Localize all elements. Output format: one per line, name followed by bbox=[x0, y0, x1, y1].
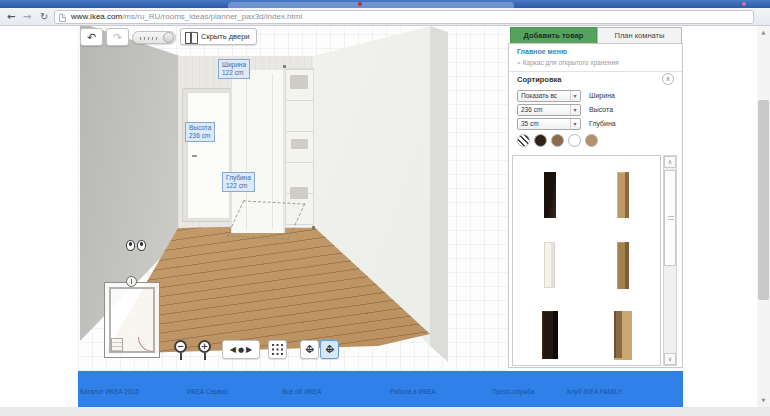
scrollbar-up-arrow[interactable]: ▲ bbox=[757, 27, 770, 37]
product-panel: Добавить товар План комнаты Главное меню… bbox=[508, 26, 683, 368]
depth-label: Глубина 122 cm bbox=[222, 172, 255, 192]
move-arrows-icon: ↔ ↕ bbox=[303, 343, 316, 356]
dropdown-arrow-icon: ▾ bbox=[570, 119, 579, 129]
rotate-right-icon[interactable]: ▶ bbox=[246, 345, 252, 354]
rotate-center-icon[interactable]: ● bbox=[238, 346, 244, 354]
product-item[interactable] bbox=[513, 300, 587, 370]
height-label: Высота 236 cm bbox=[185, 122, 215, 142]
main-menu-heading: Главное меню bbox=[517, 48, 567, 55]
eyes-icon bbox=[126, 240, 148, 252]
minimap-stairs bbox=[111, 338, 123, 352]
tab-room-plan[interactable]: План комнаты bbox=[597, 27, 682, 43]
swatch-black-brown[interactable] bbox=[534, 134, 547, 147]
planner-page: ↶ ↷ Скрыть двери Ширина 122 cm Высота 23… bbox=[0, 26, 770, 416]
browser-back-button[interactable]: ← bbox=[7, 10, 15, 23]
browser-forward-button[interactable]: → bbox=[23, 10, 31, 23]
site-footer: Каталог ИКЕА 2015 ИКЕА Сервис Все об ИКЕ… bbox=[78, 371, 683, 407]
pan-tool-button[interactable]: ↔ ↕ bbox=[300, 340, 319, 359]
door-leaf bbox=[187, 92, 230, 219]
move-arrows-icon: ↔ ↕ bbox=[323, 343, 336, 356]
scroll-down-button[interactable]: ∨ bbox=[664, 353, 676, 365]
floor-plan-minimap[interactable] bbox=[104, 282, 160, 358]
selection-handle[interactable] bbox=[283, 65, 286, 68]
pax-frame-oak-narrow[interactable] bbox=[617, 172, 629, 218]
product-item[interactable] bbox=[587, 300, 661, 370]
rotate-left-icon[interactable]: ◀ bbox=[230, 345, 236, 354]
slider-knob[interactable] bbox=[163, 32, 174, 43]
selection-handle[interactable] bbox=[312, 226, 315, 229]
back-to-category-link[interactable]: « Каркас для открытого хранения bbox=[517, 59, 619, 67]
swatch-white[interactable] bbox=[568, 134, 581, 147]
undo-button[interactable]: ↶ bbox=[80, 28, 103, 46]
footer-link[interactable]: Клуб IKEA FAMILY bbox=[567, 388, 622, 395]
collapse-sorting-button[interactable]: ∧ bbox=[662, 73, 674, 85]
browser-address-bar: ← → ↻ www.ikea.com/ms/ru_RU/rooms_ideas/… bbox=[0, 8, 770, 26]
footer-link[interactable]: Работа в ИКЕА bbox=[390, 388, 436, 395]
page-bottom-strip bbox=[0, 407, 770, 416]
product-grid bbox=[512, 155, 661, 366]
scroll-up-button[interactable]: ∧ bbox=[664, 156, 676, 168]
url-path: /ms/ru_RU/rooms_ideas/planner_pax3d/inde… bbox=[122, 12, 302, 21]
pax-frame-black-brown-wide[interactable] bbox=[542, 311, 558, 359]
swatch-brown[interactable] bbox=[551, 134, 564, 147]
pax-frame-white-narrow[interactable] bbox=[544, 242, 555, 288]
page-icon bbox=[59, 14, 66, 22]
product-item[interactable] bbox=[587, 160, 661, 230]
door-icon bbox=[185, 32, 197, 42]
fullscreen-icon bbox=[272, 344, 283, 355]
planner-3d-canvas[interactable]: ↶ ↷ Скрыть двери Ширина 122 cm Высота 23… bbox=[78, 26, 508, 371]
room-door bbox=[182, 88, 234, 222]
footer-link[interactable]: Пресс-служба bbox=[492, 388, 535, 395]
door-handle bbox=[192, 155, 197, 157]
filter-label: Высота bbox=[589, 106, 613, 113]
scrollbar-down-arrow[interactable]: ▼ bbox=[757, 395, 770, 405]
product-item[interactable] bbox=[513, 160, 587, 230]
width-label: Ширина 122 cm bbox=[218, 59, 250, 79]
swatch-all-colors[interactable] bbox=[517, 134, 530, 147]
zoom-out-button[interactable]: − bbox=[174, 340, 189, 362]
depth-filter-dropdown[interactable]: 35 cm▾ bbox=[517, 118, 581, 130]
browser-scrollbar[interactable]: ▲ ▼ bbox=[757, 26, 770, 407]
pax-frame-oak-effect-narrow[interactable] bbox=[617, 242, 629, 289]
scrollbar-thumb[interactable] bbox=[664, 170, 676, 266]
browser-refresh-button[interactable]: ↻ bbox=[40, 10, 48, 23]
favicon-dot bbox=[358, 2, 362, 6]
scrollbar-thumb[interactable] bbox=[758, 100, 769, 300]
product-item[interactable] bbox=[587, 230, 661, 300]
pax-frame-oak-wide[interactable] bbox=[614, 311, 632, 360]
favicon-dot bbox=[742, 2, 746, 6]
hide-doors-button[interactable]: Скрыть двери bbox=[180, 28, 257, 45]
browser-url-field[interactable]: www.ikea.com/ms/ru_RU/rooms_ideas/planne… bbox=[54, 10, 754, 24]
filter-label: Глубина bbox=[589, 120, 616, 127]
browser-tab-strip bbox=[0, 0, 770, 8]
sorting-heading: Сортировка bbox=[517, 75, 561, 84]
redo-button[interactable]: ↷ bbox=[106, 28, 129, 46]
color-filter-swatches bbox=[517, 134, 598, 147]
product-list-scrollbar[interactable]: ∧ ∨ bbox=[663, 155, 677, 366]
footer-link[interactable]: ИКЕА Сервис bbox=[187, 388, 228, 395]
fullscreen-button[interactable] bbox=[268, 340, 287, 359]
slider-ticks bbox=[140, 37, 157, 40]
swatch-oak[interactable] bbox=[585, 134, 598, 147]
pax-frame-black-brown-narrow[interactable] bbox=[544, 172, 556, 218]
dropdown-arrow-icon: ▾ bbox=[570, 91, 579, 101]
url-host: www.ikea.com bbox=[71, 12, 122, 21]
rotate-view-control[interactable]: ◀ ● ▶ bbox=[222, 340, 260, 359]
tab-add-product[interactable]: Добавить товар bbox=[510, 27, 597, 43]
minimap-camera-icon[interactable] bbox=[126, 276, 137, 287]
panel-body: Главное меню « Каркас для открытого хран… bbox=[508, 43, 683, 368]
wall-height-slider[interactable] bbox=[132, 31, 176, 44]
width-filter-dropdown[interactable]: Показать вс▾ bbox=[517, 90, 581, 102]
browser-window: ← → ↻ www.ikea.com/ms/ru_RU/rooms_ideas/… bbox=[0, 0, 770, 416]
filter-label: Ширина bbox=[589, 92, 615, 99]
footer-link[interactable]: Каталог ИКЕА 2015 bbox=[80, 388, 139, 395]
height-filter-dropdown[interactable]: 236 cm▾ bbox=[517, 104, 581, 116]
move-object-tool-button-selected[interactable]: ↔ ↕ bbox=[320, 340, 339, 359]
footer-link[interactable]: Все об ИКЕА bbox=[282, 388, 321, 395]
hide-doors-label: Скрыть двери bbox=[201, 32, 250, 41]
product-item[interactable] bbox=[513, 230, 587, 300]
dropdown-arrow-icon: ▾ bbox=[570, 105, 579, 115]
zoom-in-button[interactable]: + bbox=[198, 340, 213, 362]
